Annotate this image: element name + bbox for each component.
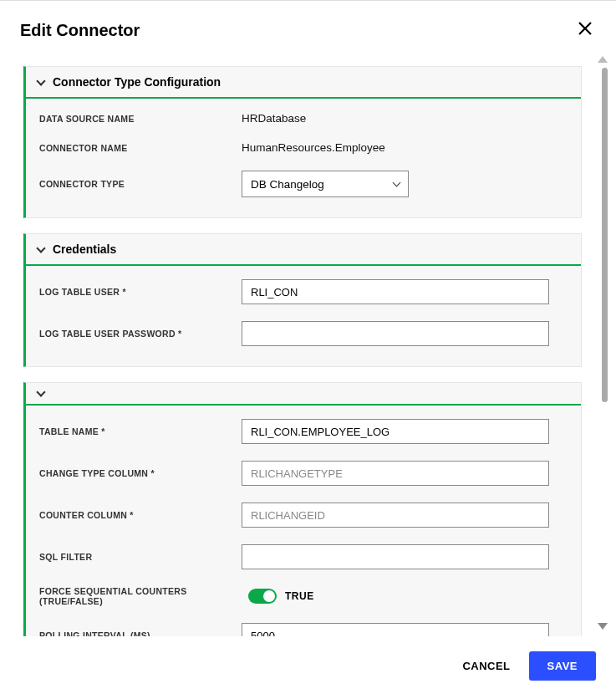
label-data-source-name: DATA SOURCE NAME — [39, 114, 242, 124]
close-icon — [578, 19, 593, 40]
scroll-up-arrow-icon[interactable] — [598, 56, 608, 63]
row-data-source-name: DATA SOURCE NAME HRDatabase — [26, 104, 581, 133]
connector-type-select-value: DB Changelog — [251, 178, 324, 191]
label-change-type-column: CHANGE TYPE COLUMN * — [39, 468, 242, 478]
save-button[interactable]: SAVE — [529, 651, 596, 681]
row-polling-interval: POLLING INTERVAL (MS) — [26, 615, 581, 636]
label-polling-interval: POLLING INTERVAL (MS) — [39, 630, 242, 636]
row-log-table-user-password: LOG TABLE USER PASSWORD * — [26, 313, 581, 355]
chevron-down-icon — [393, 179, 401, 187]
force-sequential-toggle[interactable] — [248, 589, 277, 604]
chevron-down-icon — [36, 76, 45, 85]
label-log-table-user: LOG TABLE USER * — [39, 287, 242, 297]
scroll-down-arrow-icon[interactable] — [598, 623, 608, 630]
section-header-connector-type[interactable]: Connector Type Configuration — [26, 67, 581, 99]
value-connector-name: HumanResources.Employee — [242, 141, 385, 154]
section-title: Credentials — [53, 242, 116, 256]
modal-title: Edit Connector — [20, 21, 140, 40]
connector-type-select[interactable]: DB Changelog — [242, 171, 409, 197]
log-table-user-password-input[interactable] — [242, 321, 549, 346]
label-sql-filter: SQL FILTER — [39, 552, 242, 562]
chevron-down-icon — [36, 387, 45, 396]
sql-filter-input[interactable] — [242, 544, 549, 569]
cancel-button[interactable]: CANCEL — [462, 660, 510, 672]
section-header-advanced[interactable] — [26, 383, 581, 406]
section-credentials: Credentials LOG TABLE USER * LOG TABLE U… — [23, 233, 582, 367]
label-connector-name: CONNECTOR NAME — [39, 143, 242, 153]
row-change-type-column: CHANGE TYPE COLUMN * — [26, 452, 581, 494]
section-header-credentials[interactable]: Credentials — [26, 234, 581, 266]
counter-column-input[interactable] — [242, 503, 549, 528]
section-connector-type: Connector Type Configuration DATA SOURCE… — [23, 66, 582, 218]
row-sql-filter: SQL FILTER — [26, 536, 581, 578]
scroll-area[interactable]: Connector Type Configuration DATA SOURCE… — [0, 49, 616, 636]
table-name-input[interactable] — [242, 419, 549, 444]
row-connector-name: CONNECTOR NAME HumanResources.Employee — [26, 133, 581, 162]
log-table-user-input[interactable] — [242, 279, 549, 304]
polling-interval-input[interactable] — [242, 623, 549, 636]
force-sequential-value: TRUE — [285, 590, 314, 602]
modal-footer: CANCEL SAVE — [0, 636, 616, 699]
close-button[interactable] — [574, 18, 596, 43]
modal-header: Edit Connector — [0, 1, 616, 49]
value-data-source-name: HRDatabase — [242, 112, 306, 125]
toggle-knob — [263, 590, 275, 602]
label-table-name: TABLE NAME * — [39, 426, 242, 436]
row-table-name: TABLE NAME * — [26, 411, 581, 452]
row-force-sequential: FORCE SEQUENTIAL COUNTERS (TRUE/FALSE) T… — [26, 578, 581, 615]
label-connector-type: CONNECTOR TYPE — [39, 179, 242, 189]
change-type-column-input[interactable] — [242, 461, 549, 486]
label-force-sequential: FORCE SEQUENTIAL COUNTERS (TRUE/FALSE) — [39, 586, 248, 606]
section-advanced: TABLE NAME * CHANGE TYPE COLUMN * COUNTE… — [23, 382, 582, 636]
label-log-table-user-password: LOG TABLE USER PASSWORD * — [39, 329, 242, 339]
row-log-table-user: LOG TABLE USER * — [26, 271, 581, 313]
row-counter-column: COUNTER COLUMN * — [26, 494, 581, 536]
row-connector-type: CONNECTOR TYPE DB Changelog — [26, 162, 581, 206]
scrollbar-thumb[interactable] — [602, 68, 608, 402]
chevron-down-icon — [36, 243, 45, 253]
label-counter-column: COUNTER COLUMN * — [39, 510, 242, 520]
edit-connector-modal: Edit Connector Connector Type Configurat… — [0, 0, 616, 699]
section-title: Connector Type Configuration — [53, 75, 221, 89]
